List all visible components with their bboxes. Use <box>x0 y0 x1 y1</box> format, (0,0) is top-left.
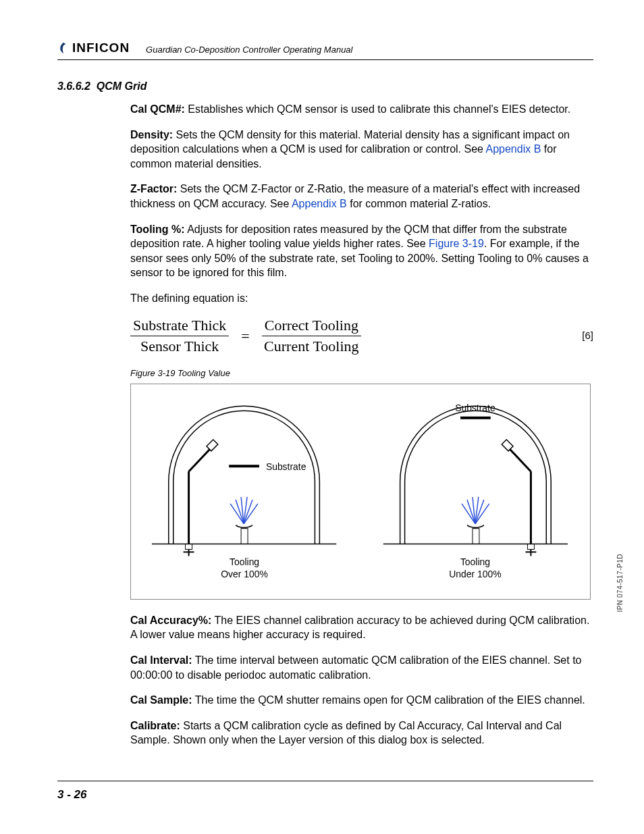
brand-text: INFICON <box>72 41 130 55</box>
term-cal-interval: Cal Interval: <box>130 654 192 666</box>
page-footer: 3 - 26 <box>57 781 593 802</box>
figure-caption: Figure 3-19 Tooling Value <box>130 367 593 380</box>
tooling-equation: Substrate Thick Sensor Thick = Correct T… <box>130 317 361 356</box>
section-number: 3.6.6.2 <box>57 80 90 92</box>
svg-line-9 <box>189 448 211 471</box>
term-calibrate: Calibrate: <box>130 720 180 731</box>
para-cal-sample: Cal Sample: The time the QCM shutter rem… <box>130 693 593 708</box>
section-title: QCM Grid <box>97 80 147 92</box>
fig-substrate-label-left: Substrate <box>266 461 306 472</box>
text-cal-qcm: Establishes which QCM sensor is used to … <box>185 103 570 115</box>
para-eq-intro: The defining equation is: <box>130 291 593 306</box>
term-tooling: Tooling %: <box>130 224 185 235</box>
text-cal-sample: The time the QCM shutter remains open fo… <box>192 694 585 706</box>
fig-left-caption-1: Tooling <box>230 556 259 567</box>
denominator-1: Sensor Thick <box>140 336 219 355</box>
fraction-left: Substrate Thick Sensor Thick <box>130 317 229 356</box>
body-content: Cal QCM#: Establishes which QCM sensor i… <box>130 102 593 748</box>
fig-left-caption-2: Over 100% <box>221 569 268 579</box>
svg-rect-11 <box>186 544 192 549</box>
link-appendix-b-2[interactable]: Appendix B <box>292 198 347 209</box>
term-zfactor: Z-Factor: <box>130 183 177 194</box>
link-figure-3-19[interactable]: Figure 3-19 <box>429 238 484 249</box>
text-zfactor-b: for common material Z-ratios. <box>347 198 491 209</box>
fig-substrate-label-right: Substrate <box>455 402 495 413</box>
section-heading: 3.6.6.2 QCM Grid <box>57 80 593 93</box>
para-cal-qcm: Cal QCM#: Establishes which QCM sensor i… <box>130 102 593 117</box>
para-cal-accuracy: Cal Accuracy%: The EIES channel calibrat… <box>130 613 593 642</box>
para-calibrate: Calibrate: Starts a QCM calibration cycl… <box>130 719 593 748</box>
svg-rect-25 <box>502 440 513 451</box>
svg-line-24 <box>509 448 531 471</box>
svg-rect-26 <box>527 544 534 549</box>
para-density: Density: Sets the QCM density for this m… <box>130 128 593 172</box>
svg-rect-14 <box>241 529 248 544</box>
svg-rect-10 <box>207 440 218 451</box>
svg-rect-29 <box>473 529 479 544</box>
numerator-2: Correct Tooling <box>262 317 361 336</box>
equals-sign: = <box>241 326 249 346</box>
figure-tooling-value: Substrate Tooling Over 100% <box>130 384 591 600</box>
term-cal-qcm: Cal QCM#: <box>130 103 185 115</box>
numerator-1: Substrate Thick <box>130 317 229 336</box>
equation-number: [6] <box>582 329 593 342</box>
side-doc-id: IPN 074-517-P1D <box>616 554 624 612</box>
fig-right-caption-1: Tooling <box>460 556 490 567</box>
term-cal-accuracy: Cal Accuracy%: <box>130 615 211 626</box>
brand-logo: INFICON <box>57 41 130 55</box>
link-appendix-b-1[interactable]: Appendix B <box>486 143 541 155</box>
term-density: Density: <box>130 129 173 140</box>
denominator-2: Current Tooling <box>264 336 358 355</box>
logo-icon <box>57 42 70 54</box>
fraction-right: Correct Tooling Current Tooling <box>262 317 361 356</box>
equation-row: Substrate Thick Sensor Thick = Correct T… <box>130 317 593 356</box>
para-cal-interval: Cal Interval: The time interval between … <box>130 653 593 682</box>
text-calibrate: Starts a QCM calibration cycle as define… <box>130 720 562 746</box>
page-header: INFICON Guardian Co-Deposition Controlle… <box>57 41 593 60</box>
para-tooling: Tooling %: Adjusts for deposition rates … <box>130 222 593 280</box>
text-cal-interval: The time interval between automatic QCM … <box>130 654 581 681</box>
page-number: 3 - 26 <box>57 788 86 801</box>
manual-title: Guardian Co-Deposition Controller Operat… <box>146 45 352 55</box>
fig-right-caption-2: Under 100% <box>449 569 501 579</box>
term-cal-sample: Cal Sample: <box>130 694 192 706</box>
para-zfactor: Z-Factor: Sets the QCM Z-Factor or Z-Rat… <box>130 182 593 211</box>
